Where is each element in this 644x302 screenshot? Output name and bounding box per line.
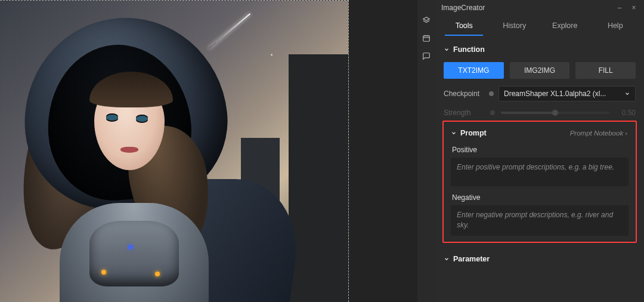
tab-tools[interactable]: Tools bbox=[439, 16, 490, 36]
section-function-label: Function bbox=[453, 45, 485, 54]
tab-label: Tools bbox=[456, 21, 473, 30]
tab-help[interactable]: Help bbox=[590, 16, 641, 36]
window-controls: – × bbox=[615, 4, 638, 12]
positive-prompt-input[interactable]: Enter positive prompt descriptions, e.g.… bbox=[451, 158, 628, 186]
function-mode-row: TXT2IMG IMG2IMG FILL bbox=[444, 62, 636, 79]
tab-label: Explore bbox=[552, 21, 577, 30]
negative-label: Negative bbox=[452, 193, 628, 202]
strength-slider[interactable] bbox=[501, 112, 609, 114]
chevron-down-icon bbox=[624, 91, 630, 97]
mode-label: IMG2IMG bbox=[524, 66, 555, 75]
mode-img2img[interactable]: IMG2IMG bbox=[510, 62, 570, 79]
layers-icon[interactable] bbox=[422, 16, 431, 25]
checkpoint-status-dot-icon bbox=[489, 91, 494, 96]
section-parameter-label: Parameter bbox=[453, 255, 490, 263]
window-close-button[interactable]: × bbox=[630, 4, 638, 12]
tab-explore[interactable]: Explore bbox=[540, 16, 590, 36]
section-parameter-header[interactable]: Parameter bbox=[444, 249, 636, 269]
section-prompt-header[interactable]: Prompt Prompt Notebook› bbox=[451, 128, 628, 143]
checkpoint-dropdown[interactable]: DreamShaper XL1.0alpha2 (xl... bbox=[499, 86, 636, 101]
checkpoint-selected: DreamShaper XL1.0alpha2 (xl... bbox=[504, 90, 624, 98]
prompt-notebook-label: Prompt Notebook bbox=[570, 130, 624, 137]
panel-header: ImageCreator – × bbox=[435, 0, 644, 16]
strength-status-dot-icon bbox=[490, 110, 495, 115]
tab-label: History bbox=[503, 21, 526, 30]
prompt-notebook-link[interactable]: Prompt Notebook› bbox=[570, 130, 627, 137]
mode-label: FILL bbox=[599, 66, 613, 75]
section-prompt-label: Prompt bbox=[460, 129, 487, 137]
prompt-highlight-box: Prompt Prompt Notebook› Positive Enter p… bbox=[442, 121, 637, 243]
chat-icon[interactable] bbox=[422, 51, 431, 61]
section-function-header[interactable]: Function bbox=[444, 39, 636, 60]
svg-marker-0 bbox=[423, 17, 430, 21]
window-min-button[interactable]: – bbox=[615, 4, 624, 12]
main-tabs: Tools History Explore Help bbox=[435, 16, 644, 36]
tab-label: Help bbox=[608, 21, 623, 30]
mode-fill[interactable]: FILL bbox=[575, 62, 636, 79]
chevron-down-icon bbox=[451, 130, 457, 136]
side-icon-rail bbox=[417, 0, 435, 302]
positive-label: Positive bbox=[452, 146, 628, 154]
strength-value: 0.50 bbox=[615, 109, 636, 117]
strength-row: Strength 0.50 bbox=[444, 109, 636, 117]
tab-history[interactable]: History bbox=[490, 16, 540, 36]
mode-label: TXT2IMG bbox=[458, 66, 489, 75]
calendar-icon[interactable] bbox=[422, 33, 431, 43]
mode-txt2img[interactable]: TXT2IMG bbox=[444, 62, 504, 79]
workspace-gutter bbox=[349, 0, 417, 302]
checkpoint-row: Checkpoint DreamShaper XL1.0alpha2 (xl..… bbox=[444, 86, 636, 101]
svg-rect-1 bbox=[423, 36, 430, 41]
control-panel: ImageCreator – × Tools History Explore H… bbox=[435, 0, 644, 302]
positive-placeholder: Enter positive prompt descriptions, e.g.… bbox=[457, 163, 614, 171]
canvas-area[interactable] bbox=[0, 0, 349, 302]
generated-image bbox=[0, 1, 348, 302]
chevron-down-icon bbox=[444, 256, 450, 262]
chevron-down-icon bbox=[444, 47, 450, 53]
negative-prompt-input[interactable]: Enter negative prompt descriptions, e.g.… bbox=[451, 205, 628, 236]
chevron-right-icon: › bbox=[625, 130, 627, 137]
app-title: ImageCreator bbox=[441, 4, 485, 12]
strength-label: Strength bbox=[444, 109, 484, 117]
panel-scroll[interactable]: Function TXT2IMG IMG2IMG FILL Checkpoint… bbox=[435, 36, 644, 302]
negative-placeholder: Enter negative prompt descriptions, e.g.… bbox=[457, 211, 613, 229]
checkpoint-label: Checkpoint bbox=[444, 90, 484, 98]
